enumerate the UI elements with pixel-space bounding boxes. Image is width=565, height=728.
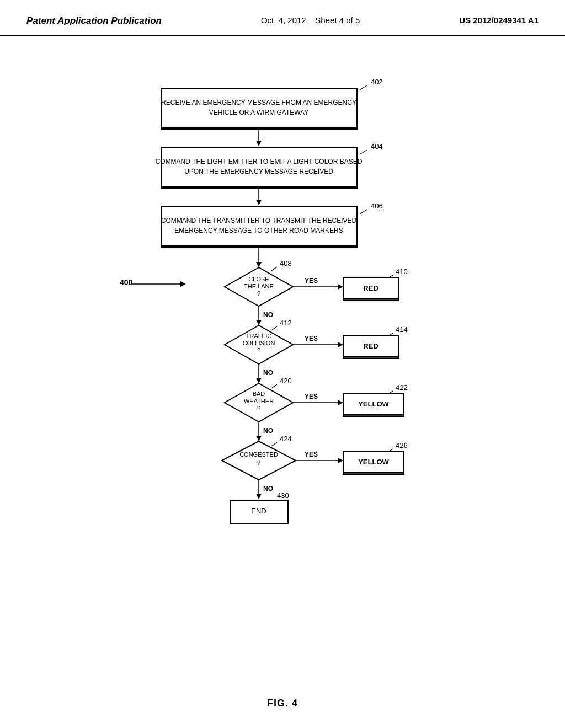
- text-422: YELLOW: [358, 400, 389, 408]
- sheet-info: Sheet 4 of 5: [315, 15, 360, 25]
- text-402a: RECEIVE AN EMERGENCY MESSAGE FROM AN EME…: [161, 99, 356, 106]
- no-424: NO: [263, 485, 273, 493]
- text-412a: TRAFFIC: [246, 333, 271, 339]
- svg-marker-47: [338, 458, 343, 463]
- svg-marker-4: [256, 141, 262, 146]
- diagram-area: 402 RECEIVE AN EMERGENCY MESSAGE FROM AN…: [0, 36, 565, 728]
- label-422: 422: [396, 383, 408, 392]
- yes-420: YES: [305, 393, 318, 400]
- svg-line-5: [360, 150, 367, 154]
- text-406b: EMERGENCY MESSAGE TO OTHER ROAD MARKERS: [174, 227, 343, 234]
- svg-marker-14: [180, 281, 186, 287]
- text-420b: WEATHER: [244, 398, 274, 404]
- svg-line-26: [271, 326, 277, 330]
- text-408a: CLOSE: [248, 276, 269, 282]
- no-420: NO: [263, 427, 273, 435]
- label-430: 430: [277, 491, 289, 500]
- svg-marker-52: [256, 494, 262, 499]
- svg-line-35: [271, 384, 277, 388]
- label-410: 410: [396, 267, 408, 276]
- label-420: 420: [280, 377, 292, 385]
- text-420a: BAD: [253, 390, 265, 397]
- patent-number: US 2012/0249341 A1: [459, 15, 539, 25]
- yes-412: YES: [305, 335, 318, 342]
- label-424: 424: [280, 435, 292, 443]
- flowchart-svg: 402 RECEIVE AN EMERGENCY MESSAGE FROM AN…: [89, 52, 476, 692]
- text-420c: ?: [257, 405, 260, 411]
- text-404b: UPON THE EMERGENCY MESSAGE RECEIVED: [184, 168, 333, 175]
- publication-date: Oct. 4, 2012: [261, 15, 306, 25]
- svg-marker-34: [256, 378, 262, 383]
- figure-caption: FIG. 4: [0, 698, 565, 709]
- no-412: NO: [263, 369, 273, 377]
- svg-marker-9: [256, 200, 262, 205]
- text-430: END: [251, 507, 266, 515]
- text-410: RED: [363, 284, 378, 292]
- header-center: Oct. 4, 2012 Sheet 4 of 5: [261, 15, 360, 25]
- text-426: YELLOW: [358, 458, 389, 466]
- svg-marker-29: [338, 342, 343, 347]
- svg-marker-43: [256, 436, 262, 441]
- text-406a: COMMAND THE TRANSMITTER TO TRANSMIT THE …: [161, 217, 357, 224]
- text-424b: ?: [257, 459, 260, 466]
- label-400: 400: [120, 278, 133, 287]
- publication-title: Patent Application Publication: [26, 15, 162, 26]
- text-412c: ?: [257, 347, 260, 354]
- label-426: 426: [396, 441, 408, 449]
- label-412: 412: [280, 319, 292, 327]
- svg-marker-16: [256, 262, 262, 267]
- yes-408: YES: [305, 277, 318, 285]
- svg-line-44: [271, 442, 277, 446]
- yes-424: YES: [305, 451, 318, 458]
- label-414: 414: [396, 325, 408, 334]
- text-424a: CONGESTED: [239, 451, 278, 458]
- page-header: Patent Application Publication Oct. 4, 2…: [0, 0, 565, 36]
- text-408c: ?: [257, 290, 260, 297]
- svg-line-10: [360, 210, 367, 214]
- label-408: 408: [280, 259, 292, 267]
- text-412b: COLLISION: [243, 340, 275, 346]
- text-402b: VEHICLE OR A WIRM GATEWAY: [209, 109, 308, 116]
- svg-marker-20: [338, 284, 343, 290]
- svg-marker-25: [256, 320, 262, 325]
- text-414: RED: [363, 342, 378, 350]
- svg-line-17: [271, 267, 277, 271]
- label-402: 402: [371, 78, 383, 86]
- label-406: 406: [371, 202, 383, 210]
- svg-marker-38: [338, 400, 343, 405]
- text-408b: THE LANE: [244, 283, 274, 290]
- text-404a: COMMAND THE LIGHT EMITTER TO EMIT A LIGH…: [156, 158, 363, 165]
- svg-line-0: [360, 85, 367, 90]
- label-404: 404: [371, 142, 383, 151]
- no-408: NO: [263, 311, 273, 319]
